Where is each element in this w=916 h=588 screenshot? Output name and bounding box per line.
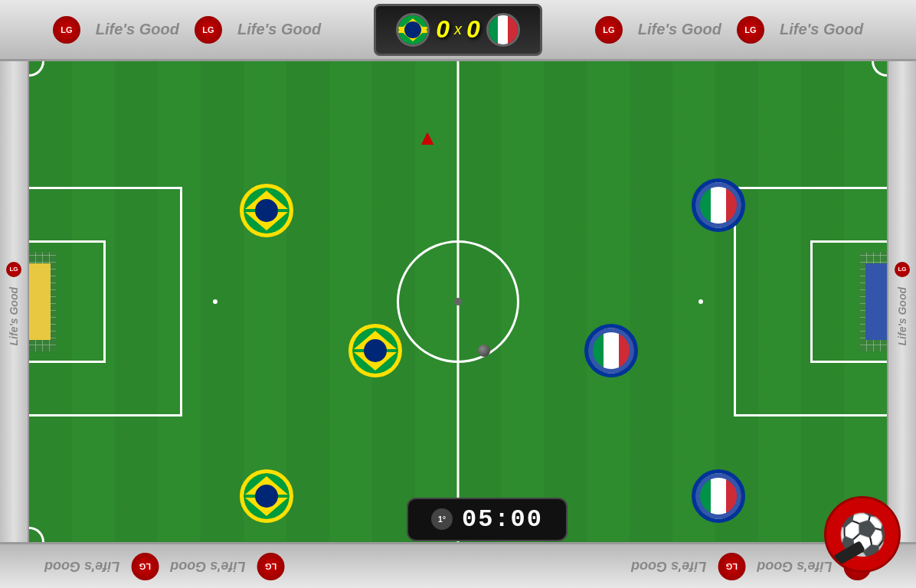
slogan-1: Life's Good bbox=[96, 21, 179, 38]
scoreboard: 0 x 0 bbox=[374, 4, 542, 56]
lg-logo-bottom-2: LG bbox=[131, 553, 159, 580]
lg-logo-4: LG bbox=[737, 16, 764, 44]
right-sidebar: LG Life's Good bbox=[887, 61, 916, 542]
right-penalty-spot bbox=[698, 299, 703, 304]
bottom-slogan-4: Life's Good bbox=[631, 558, 706, 574]
slogan-2: Life's Good bbox=[237, 21, 321, 38]
center-dot bbox=[454, 298, 462, 305]
timer-bar: 1° 05:00 bbox=[58, 496, 887, 542]
timer-display: 1° 05:00 bbox=[407, 498, 568, 541]
lg-logo-bottom-1: LG bbox=[257, 553, 285, 580]
soccer-field: ▲ bbox=[29, 61, 887, 542]
timer-text: 05:00 bbox=[462, 505, 543, 534]
sidebar-text-left: Life's Good bbox=[8, 287, 20, 345]
left-penalty-spot bbox=[213, 299, 218, 304]
home-score: 0 bbox=[436, 15, 450, 44]
slogan-4: Life's Good bbox=[780, 21, 863, 38]
italy-player-2[interactable] bbox=[584, 324, 638, 377]
brazil-player-2[interactable] bbox=[348, 324, 402, 377]
away-score: 0 bbox=[466, 15, 480, 44]
banner-right: LG Life's Good LG Life's Good bbox=[542, 16, 916, 44]
arrow-indicator: ▲ bbox=[417, 126, 438, 150]
left-goal-indicator bbox=[29, 263, 51, 340]
top-banner: LG Life's Good LG Life's Good 0 x 0 bbox=[0, 0, 916, 61]
bottom-slogan-3: Life's Good bbox=[757, 558, 833, 574]
lg-dot-left: LG bbox=[6, 262, 21, 277]
bottom-slogan-1: Life's Good bbox=[170, 558, 245, 574]
lg-logo-1: LG bbox=[53, 16, 80, 44]
lg-logo-2: LG bbox=[195, 16, 222, 44]
slogan-3: Life's Good bbox=[638, 21, 721, 38]
bottom-slogan-2: Life's Good bbox=[44, 558, 119, 574]
bottom-section-1: LG Life's Good LG Life's Good bbox=[44, 553, 285, 580]
lg-logo-3: LG bbox=[595, 16, 623, 44]
bottom-banner: LG Life's Good LG Life's Good LG Life's … bbox=[0, 542, 916, 588]
brazil-flag-score bbox=[396, 13, 430, 47]
score-display: 0 x 0 bbox=[436, 15, 480, 44]
banner-left: LG Life's Good LG Life's Good bbox=[0, 16, 374, 44]
right-goal-indicator bbox=[865, 263, 887, 340]
game-container: LG Life's Good LG Life's Good 0 x 0 bbox=[0, 0, 916, 588]
italy-flag-score bbox=[486, 13, 520, 47]
period-badge: 1° bbox=[431, 508, 453, 530]
italy-player-1[interactable] bbox=[692, 178, 745, 232]
left-sidebar: LG Life's Good bbox=[0, 61, 29, 542]
lg-dot-right: LG bbox=[895, 262, 910, 277]
game-icon[interactable]: ⚽ bbox=[824, 496, 901, 573]
brazil-player-1[interactable] bbox=[240, 184, 293, 237]
sidebar-text-right: Life's Good bbox=[896, 287, 908, 345]
lg-logo-bottom-4: LG bbox=[718, 553, 746, 580]
score-separator: x bbox=[454, 21, 462, 38]
soccer-ball bbox=[478, 345, 490, 357]
